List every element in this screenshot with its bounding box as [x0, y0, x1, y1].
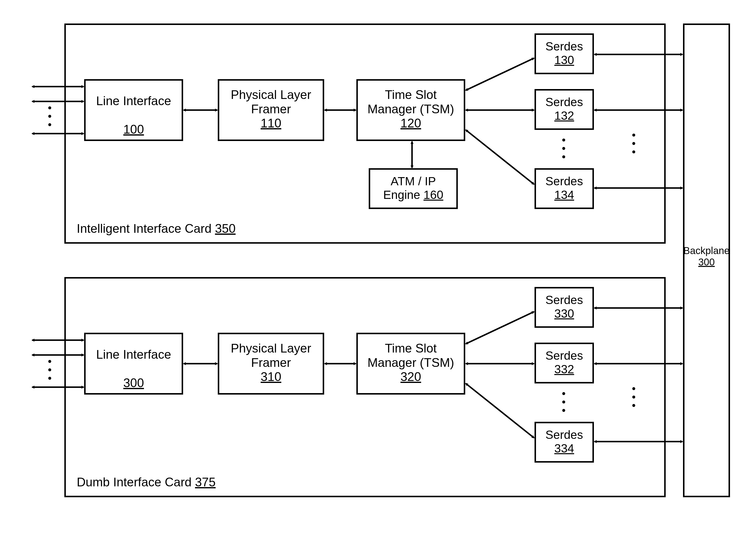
ref: 350 [215, 222, 236, 236]
vdots-bp-2 [632, 387, 635, 407]
text: Backplane [683, 245, 730, 256]
ref: 130 [554, 53, 574, 67]
text-l1: Physical Layer [231, 88, 311, 102]
text-l2: Engine [383, 188, 424, 201]
label-serdes-330: Serdes 330 [535, 293, 594, 320]
label-line-interface-1: Line Interface 100 [84, 94, 183, 137]
ref: 300 [123, 376, 144, 390]
ref: 300 [698, 257, 715, 268]
ref: 100 [123, 123, 144, 136]
text: Serdes [545, 175, 583, 188]
text-l1: Time Slot [385, 341, 437, 355]
ref: 110 [261, 116, 281, 130]
label-serdes-332: Serdes 332 [535, 349, 594, 376]
text: Intelligent Interface Card [77, 222, 215, 236]
text-l1: Time Slot [385, 88, 437, 102]
label-atm-engine: ATM / IP Engine 160 [369, 175, 458, 202]
vdots-ext-1 [48, 106, 51, 126]
text: Serdes [545, 40, 583, 53]
text-l1: ATM / IP [390, 175, 436, 188]
ref: 334 [554, 442, 574, 455]
ref: 160 [423, 188, 443, 201]
text-l1: Physical Layer [231, 341, 311, 355]
label-tsm-2: Time Slot Manager (TSM) 320 [356, 341, 465, 384]
label-serdes-130: Serdes 130 [535, 40, 594, 67]
text-l2: Manager (TSM) [367, 356, 454, 369]
ref: 320 [400, 370, 421, 384]
label-serdes-334: Serdes 334 [535, 428, 594, 455]
text: Line Interface [96, 347, 171, 361]
label-framer-1: Physical Layer Framer 110 [218, 88, 324, 131]
text: Serdes [545, 96, 583, 109]
card-title-2: Dumb Interface Card 375 [77, 475, 216, 489]
text: Dumb Interface Card [77, 475, 195, 489]
diagram-canvas: Line Interface 100 Physical Layer Framer… [0, 0, 756, 543]
text-l2: Manager (TSM) [367, 102, 454, 116]
vdots-bp-1 [632, 134, 635, 153]
label-tsm-1: Time Slot Manager (TSM) 120 [356, 88, 465, 131]
ref: 134 [554, 188, 574, 201]
ref: 375 [195, 475, 216, 489]
label-serdes-134: Serdes 134 [535, 175, 594, 202]
text: Serdes [545, 293, 583, 306]
vdots-ext-2 [48, 360, 51, 380]
card-title-1: Intelligent Interface Card 350 [77, 222, 236, 236]
text: Line Interface [96, 94, 171, 108]
label-backplane: Backplane 300 [683, 245, 730, 268]
text: Serdes [545, 349, 583, 362]
ref: 330 [554, 307, 574, 320]
ref: 120 [400, 116, 421, 130]
label-framer-2: Physical Layer Framer 310 [218, 341, 324, 384]
ref: 332 [554, 363, 574, 376]
text-l2: Framer [251, 102, 291, 116]
text-l2: Framer [251, 356, 291, 369]
label-line-interface-2: Line Interface 300 [84, 347, 183, 390]
text: Serdes [545, 428, 583, 441]
vdots-serdes-1 [562, 139, 565, 158]
label-serdes-132: Serdes 132 [535, 95, 594, 123]
vdots-serdes-2 [562, 392, 565, 412]
ref: 310 [261, 370, 281, 384]
ref: 132 [554, 109, 574, 122]
